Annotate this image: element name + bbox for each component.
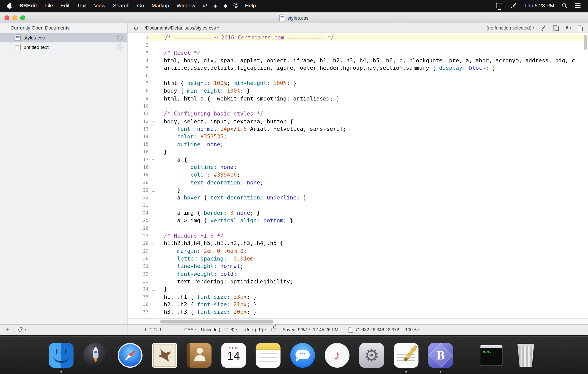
dock-icon-textedit[interactable] — [389, 337, 424, 374]
code-text[interactable]: } — [158, 148, 588, 156]
menu-text[interactable]: Text — [73, 3, 90, 9]
code-text[interactable]: a img { border: 0 none; } — [158, 209, 588, 217]
dock-icon-finder[interactable] — [44, 337, 78, 374]
vertical-scrollbar-thumb[interactable] — [584, 35, 587, 50]
dock-icon-launchpad[interactable] — [78, 337, 113, 374]
dock-icon-sysprefs[interactable]: ⚙ — [354, 337, 389, 374]
document-item-untitled-text[interactable]: untitled text× — [0, 42, 127, 52]
file-path-menu[interactable]: ~/Documents/Default/css/styles.css ▾ — [142, 25, 219, 31]
code-text[interactable]: html { height: 100%; min-height: 100%; } — [158, 79, 588, 87]
document-proxy-icon[interactable] — [279, 15, 285, 21]
menu-shebang[interactable]: #! — [199, 3, 211, 9]
pencil-icon[interactable] — [541, 25, 547, 31]
dock-icon-messages[interactable]: ••• — [285, 337, 320, 374]
menu-view[interactable]: View — [90, 3, 109, 9]
function-selector[interactable]: (no function selected) ▾ — [486, 25, 534, 31]
language-menu[interactable]: CSS ▾ — [184, 327, 197, 332]
code-text[interactable] — [158, 224, 588, 232]
notification-center-icon[interactable] — [575, 3, 580, 8]
close-window-button[interactable] — [5, 15, 9, 20]
unlocked-icon[interactable] — [271, 328, 276, 331]
code-text[interactable] — [158, 72, 588, 79]
display-mirroring-icon[interactable] — [496, 3, 503, 8]
menu-edit[interactable]: Edit — [57, 3, 73, 9]
fold-open-icon[interactable]: ▾ — [148, 118, 157, 125]
code-text[interactable]: /* =========== © 2016 Centroarts.com ===… — [158, 34, 588, 41]
code-text[interactable]: text-decoration: none; — [158, 179, 588, 186]
zoom-menu[interactable]: 100% ▾ — [405, 327, 420, 332]
code-text[interactable]: h3, .h3 { font-size: 20px; } — [158, 308, 588, 316]
diamond-outline-icon[interactable]: ◈ — [211, 3, 220, 8]
marker-menu[interactable]: # ▾ — [566, 25, 571, 31]
menu-help[interactable]: Help — [241, 3, 260, 9]
horizontal-scrollbar[interactable] — [128, 318, 588, 324]
spotlight-search-icon[interactable] — [562, 3, 567, 8]
code-text[interactable]: margin: 2em 0 .6em 0; — [158, 247, 588, 255]
code-text[interactable]: body { min-height: 100%; } — [158, 87, 588, 95]
code-text[interactable]: a:hover { text-decoration: underline; } — [158, 194, 588, 202]
code-text[interactable]: /* Configuring basic styles */ — [158, 110, 588, 118]
code-text[interactable]: letter-spacing: -0.01em; — [158, 255, 588, 263]
horizontal-scrollbar-thumb[interactable] — [160, 320, 273, 324]
code-text[interactable]: font-weight: bold; — [158, 270, 588, 278]
code-text[interactable]: /* Reset */ — [158, 49, 588, 57]
add-document-button[interactable]: + — [6, 326, 10, 333]
code-text[interactable]: color: #353535; — [158, 133, 588, 140]
code-text[interactable]: body, select, input, textarea, button { — [158, 118, 588, 125]
code-text[interactable]: outline: none; — [158, 140, 588, 148]
code-text[interactable]: text-rendering: optimizeLegibility; — [158, 278, 588, 285]
code-text[interactable]: h1, .h1 { font-size: 23px; } — [158, 293, 588, 301]
dock-icon-bbedit[interactable]: B — [423, 337, 458, 374]
recent-documents-button[interactable]: ▾ — [19, 327, 26, 332]
dock-icon-trash[interactable] — [509, 337, 543, 374]
tablet-pen-icon[interactable] — [511, 3, 517, 9]
fold-open-icon[interactable]: ▾ — [148, 156, 157, 163]
menu-search[interactable]: Search — [109, 3, 133, 9]
apple-menu-icon[interactable] — [7, 3, 13, 9]
gear-icon[interactable]: ⚙ — [133, 25, 138, 31]
code-text[interactable]: line-height: normal; — [158, 263, 588, 270]
menu-go[interactable]: Go — [133, 3, 148, 9]
dock-icon-mail[interactable] — [147, 337, 182, 374]
dock-icon-notes[interactable] — [251, 337, 286, 374]
code-text[interactable]: a > img { vertical-align: bottom; } — [158, 217, 588, 224]
code-text[interactable] — [158, 202, 588, 209]
code-text[interactable]: html, body, div, span, applet, object, i… — [158, 57, 588, 64]
document-item-styles-css[interactable]: styles.css× — [0, 33, 127, 42]
menu-window[interactable]: Window — [173, 3, 199, 9]
code-text[interactable]: outline: none; — [158, 163, 588, 171]
code-text[interactable]: } — [158, 285, 588, 293]
diamond-filled-icon[interactable]: ◆ — [221, 3, 230, 8]
documents-icon[interactable] — [553, 25, 559, 31]
dock-icon-contacts[interactable] — [182, 337, 217, 374]
menu-markup[interactable]: Markup — [148, 3, 173, 9]
code-text[interactable]: /* Headers H1-6 */ — [158, 232, 588, 240]
c-circle-icon[interactable]: Ⓒ — [230, 2, 241, 9]
menu-clock[interactable]: Thu 5:23 PM — [524, 3, 554, 9]
close-document-icon[interactable]: × — [117, 35, 123, 40]
code-text[interactable]: h2, .h2 { font-size: 21px; } — [158, 301, 588, 308]
dock-icon-safari[interactable] — [113, 337, 147, 374]
encoding-menu[interactable]: Unicode (UTF-8) ▾ — [201, 327, 237, 332]
dock-icon-calendar[interactable]: SEP14 — [216, 337, 251, 374]
dock-icon-terminal[interactable]: exec — [474, 337, 509, 374]
line-ending-menu[interactable]: Unix (LF) ▾ — [245, 327, 266, 332]
close-document-icon[interactable]: × — [117, 44, 123, 50]
minimize-window-button[interactable] — [12, 15, 17, 20]
code-text[interactable]: h1,h2,h3,h4,h5,.h1,.h2,.h3,.h4,.h5 { — [158, 240, 588, 247]
code-area[interactable]: 1/* =========== © 2016 Centroarts.com ==… — [128, 33, 588, 324]
code-text[interactable]: font: normal 14px/1.5 Arial, Helvetica, … — [158, 125, 588, 133]
code-text[interactable]: article,aside,details,figcaption,figure,… — [158, 64, 588, 72]
code-text[interactable] — [158, 102, 588, 110]
title-bar[interactable]: styles.css — [0, 12, 588, 23]
code-text[interactable]: html, html a { -webkit-font-smoothing: a… — [158, 95, 588, 102]
code-text[interactable]: color: #3394e6; — [158, 171, 588, 179]
zoom-window-button[interactable] — [20, 15, 25, 20]
menu-bbedit[interactable]: BBEdit — [16, 3, 41, 9]
code-text[interactable]: a { — [158, 156, 588, 163]
code-text[interactable]: } — [158, 186, 588, 194]
fold-open-icon[interactable]: ▾ — [148, 240, 157, 247]
code-text[interactable] — [158, 41, 588, 49]
page-icon[interactable] — [578, 25, 583, 31]
dock-icon-itunes[interactable]: ♪ — [320, 337, 355, 374]
